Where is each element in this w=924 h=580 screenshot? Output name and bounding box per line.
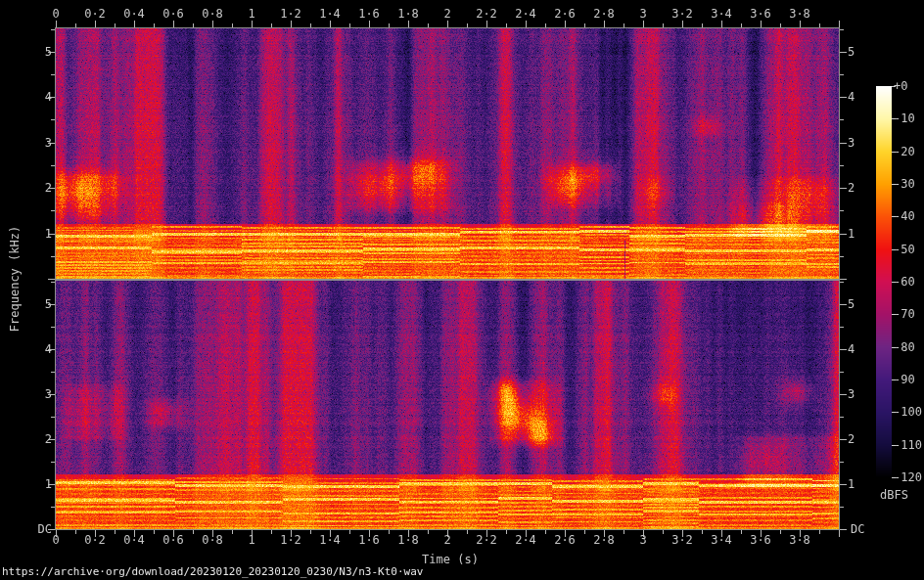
time-tick-label-bottom: 1 bbox=[248, 534, 254, 546]
time-tick-label-bottom: 2·4 bbox=[515, 534, 536, 546]
time-tick-label-bottom: 1·4 bbox=[319, 534, 341, 546]
time-tick-label-bottom: 0 bbox=[52, 534, 59, 546]
time-tick-label-bottom: 2·8 bbox=[593, 534, 615, 546]
freq-tick-label-right: 2 bbox=[848, 433, 855, 445]
time-tick-label-top: 3·4 bbox=[711, 8, 732, 20]
freq-tick-label-right: 3 bbox=[848, 137, 855, 149]
axis-labels-layer: 000·20·20·40·40·60·60·80·8111·21·21·41·4… bbox=[0, 0, 924, 580]
time-tick-label-top: 2 bbox=[443, 8, 450, 20]
colorbar-tick-label: -110 bbox=[894, 439, 922, 451]
time-tick-label-bottom: 3·4 bbox=[711, 534, 732, 546]
source-url-text: https://archive·org/download/20230120_20… bbox=[2, 565, 423, 578]
time-tick-label-top: 1·6 bbox=[358, 8, 380, 20]
freq-tick-label-left: 3 bbox=[45, 137, 52, 149]
time-tick-label-bottom: 2 bbox=[443, 534, 450, 546]
time-tick-label-bottom: 0·8 bbox=[202, 534, 223, 546]
freq-tick-label-right: 1 bbox=[848, 228, 855, 240]
colorbar-tick-label: -90 bbox=[894, 374, 915, 385]
spectrogram-figure: 000·20·20·40·40·60·60·80·8111·21·21·41·4… bbox=[0, 0, 924, 580]
colorbar-tick-label: -50 bbox=[894, 244, 915, 255]
time-tick-label-top: 3 bbox=[639, 8, 646, 20]
freq-tick-label-left: 4 bbox=[45, 343, 52, 355]
time-tick-label-top: 2·8 bbox=[593, 8, 615, 20]
time-tick-label-top: 0 bbox=[52, 8, 59, 20]
time-tick-label-bottom: 0·6 bbox=[162, 534, 184, 546]
time-tick-label-bottom: 1·8 bbox=[397, 534, 419, 546]
freq-tick-label-right: 4 bbox=[848, 91, 855, 103]
freq-tick-label-left: 2 bbox=[45, 182, 52, 194]
colorbar-tick-label: -40 bbox=[894, 210, 915, 222]
freq-tick-label-left: 3 bbox=[45, 388, 52, 400]
freq-tick-label-right: 3 bbox=[848, 388, 855, 400]
time-tick-label-top: 3·2 bbox=[671, 8, 693, 20]
colorbar-tick-label: -30 bbox=[894, 178, 915, 190]
freq-tick-label-left: 1 bbox=[45, 478, 52, 490]
freq-tick-label-left: 1 bbox=[45, 228, 52, 240]
colorbar-tick-label: -60 bbox=[894, 276, 915, 288]
time-tick-label-top: 1·2 bbox=[280, 8, 301, 20]
colorbar-tick-label: -20 bbox=[894, 146, 915, 157]
time-tick-label-top: 2·4 bbox=[515, 8, 536, 20]
colorbar-tick-label: -80 bbox=[894, 341, 915, 353]
time-tick-label-bottom: 0·2 bbox=[84, 534, 106, 546]
freq-tick-label-right: 2 bbox=[848, 182, 855, 194]
time-tick-label-bottom: 0·4 bbox=[123, 534, 145, 546]
time-tick-label-top: 1 bbox=[248, 8, 254, 20]
colorbar-tick-label: -70 bbox=[894, 308, 915, 320]
y-axis-title: Frequency (kHz) bbox=[9, 226, 21, 332]
freq-tick-label-left: 5 bbox=[45, 46, 52, 58]
time-tick-label-top: 0·2 bbox=[84, 8, 106, 20]
freq-tick-label-right: 1 bbox=[848, 478, 855, 490]
time-tick-label-top: 0·6 bbox=[162, 8, 184, 20]
colorbar-tick-label: -10 bbox=[894, 112, 915, 124]
freq-dc-label-left: DC bbox=[38, 523, 52, 535]
time-tick-label-bottom: 3 bbox=[639, 534, 646, 546]
freq-tick-label-left: 2 bbox=[45, 433, 52, 445]
x-axis-title: Time (s) bbox=[422, 554, 479, 565]
time-tick-label-top: 1·4 bbox=[319, 8, 341, 20]
freq-dc-label-right: DC bbox=[851, 523, 864, 535]
time-tick-label-bottom: 3·8 bbox=[789, 534, 810, 546]
time-tick-label-bottom: 1·6 bbox=[358, 534, 380, 546]
colorbar-unit-label: dBFS bbox=[880, 489, 908, 501]
time-tick-label-bottom: 2·6 bbox=[554, 534, 576, 546]
time-tick-label-top: 0·4 bbox=[123, 8, 145, 20]
freq-tick-label-right: 5 bbox=[848, 298, 855, 310]
freq-tick-label-right: 4 bbox=[848, 343, 855, 355]
time-tick-label-top: 2·6 bbox=[554, 8, 576, 20]
time-tick-label-top: 2·2 bbox=[476, 8, 497, 20]
time-tick-label-bottom: 2·2 bbox=[476, 534, 497, 546]
colorbar-tick-label: +0 bbox=[894, 80, 907, 92]
colorbar-tick-label: -120 bbox=[894, 471, 922, 483]
time-tick-label-top: 0·8 bbox=[202, 8, 223, 20]
time-tick-label-bottom: 1·2 bbox=[280, 534, 301, 546]
freq-tick-label-right: 5 bbox=[848, 46, 855, 58]
time-tick-label-bottom: 3·6 bbox=[750, 534, 771, 546]
freq-tick-label-left: 5 bbox=[45, 298, 52, 310]
time-tick-label-top: 1·8 bbox=[397, 8, 419, 20]
time-tick-label-bottom: 3·2 bbox=[671, 534, 693, 546]
time-tick-label-top: 3·6 bbox=[750, 8, 771, 20]
time-tick-label-top: 3·8 bbox=[789, 8, 810, 20]
freq-tick-label-left: 4 bbox=[45, 91, 52, 103]
colorbar-tick-label: -100 bbox=[894, 406, 922, 418]
